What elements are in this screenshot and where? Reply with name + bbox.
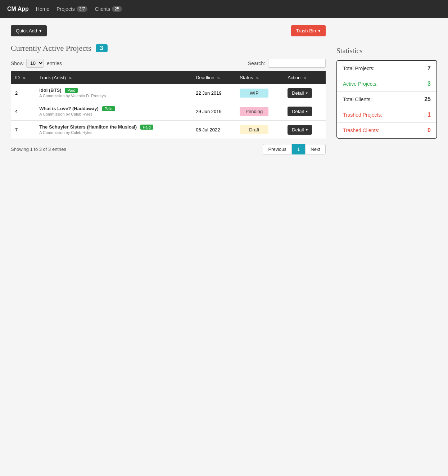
left-panel: Quick Add ▾ Trash Bin ▾ Currently Active… (11, 25, 326, 154)
stat-label: Total Projects: (343, 66, 375, 71)
stat-row: Trashed Projects: 1 (337, 107, 436, 123)
detail-dropdown-icon: ▾ (306, 128, 308, 132)
sort-icon-deadline: ⇅ (217, 76, 220, 80)
detail-button[interactable]: Detail ▾ (288, 125, 312, 135)
entries-info: Showing 1 to 3 of 3 entries (11, 147, 66, 152)
cell-track: What is Love? (Haddaway) Paid A Commissi… (35, 102, 191, 121)
cell-id: 4 (11, 102, 35, 121)
previous-button[interactable]: Previous (263, 144, 292, 154)
cell-deadline: 29 Jun 2019 (191, 102, 235, 121)
cell-status: Draft (235, 121, 283, 139)
stats-title: Statistics (336, 47, 437, 55)
nav-clients[interactable]: Clients 25 (95, 6, 122, 12)
stat-value: 0 (427, 127, 431, 134)
paid-badge: Paid (65, 88, 78, 93)
stat-row: Trashed Clients: 0 (337, 123, 436, 138)
detail-button[interactable]: Detail ▾ (288, 107, 312, 116)
stat-row: Total Clients: 25 (337, 92, 436, 107)
page-title: Currently Active Projects (11, 44, 91, 53)
trash-dropdown-icon: ▾ (318, 28, 321, 33)
status-badge: Draft (240, 125, 268, 134)
entries-label: entries (47, 60, 62, 66)
search-label: Search: (248, 60, 265, 66)
top-bar: Quick Add ▾ Trash Bin ▾ (11, 25, 326, 36)
cell-action: Detail ▾ (283, 84, 326, 102)
detail-dropdown-icon: ▾ (306, 109, 308, 113)
status-badge: Pending (240, 107, 268, 116)
entries-select[interactable]: 10 25 50 (26, 59, 44, 68)
table-controls: Show 10 25 50 entries Search: (11, 59, 326, 68)
table-header-row: ID ⇅ Track (Artist) ⇅ Deadline ⇅ Status … (11, 71, 326, 84)
table-row: 2 Idol (BTS) Paid A Commission by Valent… (11, 84, 326, 102)
trash-bin-button[interactable]: Trash Bin ▾ (291, 25, 326, 36)
brand-logo: CM App (7, 6, 29, 12)
stats-card: Total Projects: 7 Active Projects: 3 Tot… (336, 60, 437, 139)
col-id: ID ⇅ (11, 71, 35, 84)
status-badge: WIP (240, 89, 268, 98)
next-button[interactable]: Next (305, 144, 326, 154)
stat-value: 7 (427, 65, 431, 72)
search-box: Search: (248, 59, 326, 68)
cell-deadline: 22 Jun 2019 (191, 84, 235, 102)
right-panel: Statistics Total Projects: 7 Active Proj… (336, 25, 437, 154)
dropdown-arrow-icon: ▾ (39, 28, 42, 33)
detail-button[interactable]: Detail ▾ (288, 88, 312, 98)
col-track: Track (Artist) ⇅ (35, 71, 191, 84)
stat-label: Total Clients: (343, 96, 372, 102)
sort-icon-action: ⇅ (303, 76, 306, 80)
stat-label: Trashed Clients: (343, 127, 379, 133)
cell-track: The Schuyler Sisters (Hamilton the Music… (35, 121, 191, 139)
stat-row: Total Projects: 7 (337, 61, 436, 76)
stat-row: Active Projects: 3 (337, 76, 436, 92)
cell-status: WIP (235, 84, 283, 102)
cell-deadline: 06 Jul 2022 (191, 121, 235, 139)
col-status: Status ⇅ (235, 71, 283, 84)
stat-label: Trashed Projects: (343, 112, 382, 118)
stat-value: 3 (427, 81, 431, 87)
col-deadline: Deadline ⇅ (191, 71, 235, 84)
quick-add-button[interactable]: Quick Add ▾ (11, 25, 47, 36)
cell-action: Detail ▾ (283, 102, 326, 121)
paid-badge: Paid (140, 125, 153, 130)
table-body: 2 Idol (BTS) Paid A Commission by Valent… (11, 84, 326, 139)
main-container: Quick Add ▾ Trash Bin ▾ Currently Active… (0, 18, 448, 162)
cell-status: Pending (235, 102, 283, 121)
stats-panel: Statistics Total Projects: 7 Active Proj… (336, 47, 437, 139)
stat-value: 25 (424, 96, 431, 103)
pagination-controls: Previous 1 Next (263, 144, 326, 154)
cell-action: Detail ▾ (283, 121, 326, 139)
projects-table: ID ⇅ Track (Artist) ⇅ Deadline ⇅ Status … (11, 71, 326, 139)
active-count-badge: 3 (96, 44, 108, 52)
page-title-row: Currently Active Projects 3 (11, 44, 326, 53)
table-row: 7 The Schuyler Sisters (Hamilton the Mus… (11, 121, 326, 139)
cell-id: 7 (11, 121, 35, 139)
col-action: Action ⇅ (283, 71, 326, 84)
sort-icon-status: ⇅ (256, 76, 259, 80)
clients-badge: 25 (112, 6, 122, 12)
cell-id: 2 (11, 84, 35, 102)
cell-track: Idol (BTS) Paid A Commission by Valentin… (35, 84, 191, 102)
navbar: CM App Home Projects 3/7 Clients 25 (0, 0, 448, 18)
show-label: Show (11, 60, 23, 66)
stat-value: 1 (427, 112, 431, 118)
sort-icon-track: ⇅ (69, 76, 72, 80)
detail-dropdown-icon: ▾ (306, 91, 308, 95)
nav-projects[interactable]: Projects 3/7 (56, 6, 87, 12)
stat-label: Active Projects: (343, 81, 377, 87)
nav-home[interactable]: Home (36, 6, 49, 12)
table-row: 4 What is Love? (Haddaway) Paid A Commis… (11, 102, 326, 121)
page-1-button[interactable]: 1 (292, 144, 305, 154)
search-input[interactable] (268, 59, 326, 68)
pagination-row: Showing 1 to 3 of 3 entries Previous 1 N… (11, 144, 326, 154)
paid-badge: Paid (102, 106, 115, 111)
sort-icon-id: ⇅ (23, 76, 26, 80)
projects-badge: 3/7 (77, 6, 88, 12)
show-entries-control: Show 10 25 50 entries (11, 59, 62, 68)
